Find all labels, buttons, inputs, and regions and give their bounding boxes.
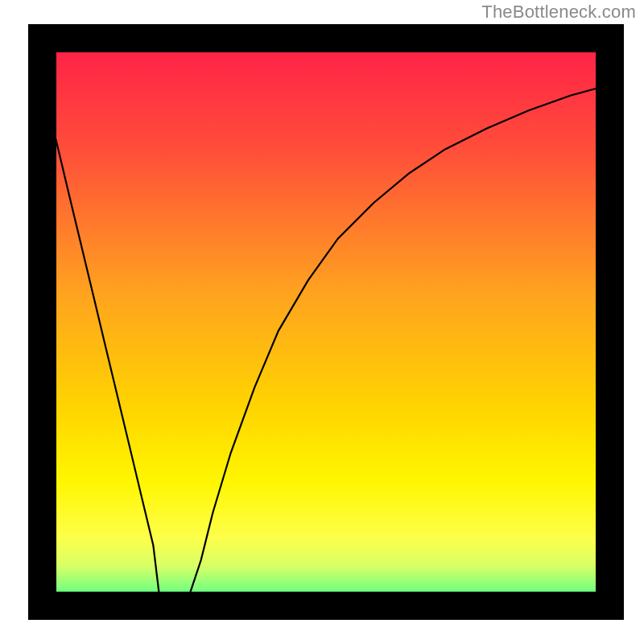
watermark-text: TheBottleneck.com xyxy=(481,2,636,23)
chart-gradient-background xyxy=(43,39,610,606)
bottleneck-chart xyxy=(0,0,644,644)
